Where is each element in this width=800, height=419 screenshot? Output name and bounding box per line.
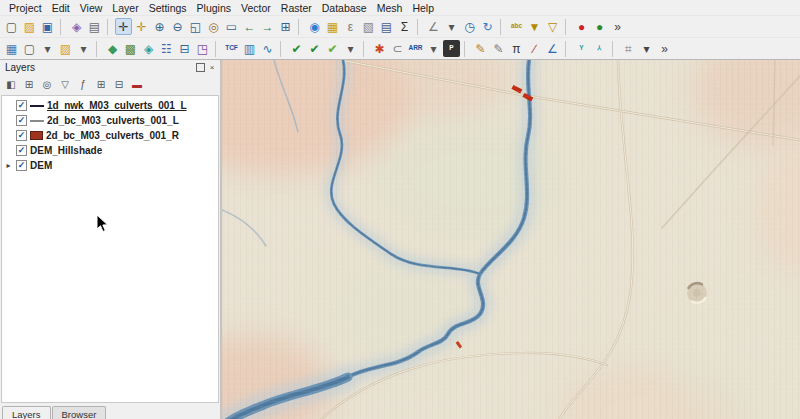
profile-line-icon[interactable]: ∕ (526, 40, 543, 57)
arr-icon[interactable]: ARR (407, 40, 424, 57)
menu-plugins[interactable]: Plugins (192, 1, 236, 15)
menu-edit[interactable]: Edit (47, 1, 75, 15)
manage-map-themes-icon[interactable]: ◎ (39, 77, 55, 93)
add-wms-layer-icon[interactable]: ◳ (194, 40, 211, 57)
zoom-full-icon[interactable]: ◱ (187, 18, 204, 35)
datasource-manager-icon[interactable]: ▦ (3, 40, 20, 57)
temporal-controller-icon[interactable]: ◷ (461, 18, 478, 35)
second-overflow-icon[interactable]: » (656, 40, 673, 57)
layout-manager-icon[interactable]: ▤ (86, 18, 103, 35)
menu-layer[interactable]: Layer (107, 1, 143, 15)
open-data-folder-icon[interactable]: ▨ (57, 40, 74, 57)
flow-trace-icon[interactable]: Y (573, 40, 590, 57)
layer-checkbox[interactable]: ✓ (16, 145, 27, 156)
add-group-icon[interactable]: ⊞ (21, 77, 37, 93)
layer-name[interactable]: DEM_Hillshade (30, 145, 102, 156)
add-delimited-text-icon[interactable]: ☷ (158, 40, 175, 57)
new-layer-caret-icon[interactable]: ▾ (39, 40, 56, 57)
menu-vector[interactable]: Vector (236, 1, 276, 15)
layer-row[interactable]: ▸ ✓ DEM (2, 158, 218, 173)
open-layer-styling-icon[interactable]: ◧ (3, 77, 19, 93)
arr-caret-icon[interactable]: ▾ (425, 40, 442, 57)
label-pin-icon[interactable]: ▼ (526, 18, 543, 35)
project-save-icon[interactable]: ▣ (39, 18, 56, 35)
menu-view[interactable]: View (75, 1, 108, 15)
import-burst-icon[interactable]: ✱ (371, 40, 388, 57)
zoom-out-icon[interactable]: ⊖ (169, 18, 186, 35)
filter-expression-icon[interactable]: ƒ (75, 77, 91, 93)
style-manager-icon[interactable]: ◈ (68, 18, 85, 35)
zoom-to-selection-icon[interactable]: ◎ (205, 18, 222, 35)
new-map-view-icon[interactable]: ⊞ (277, 18, 294, 35)
layer-row[interactable]: ✓ 1d_nwk_M03_culverts_001_L (2, 98, 218, 113)
pan-map-icon[interactable]: ✛ (115, 18, 132, 35)
attribute-table-icon[interactable]: ▤ (378, 18, 395, 35)
menu-project[interactable]: Project (4, 1, 47, 15)
collapse-all-icon[interactable]: ⊟ (111, 77, 127, 93)
measure-caret-icon[interactable]: ▾ (443, 18, 460, 35)
attach-icon[interactable]: ⊂ (389, 40, 406, 57)
zoom-next-icon[interactable]: → (259, 18, 276, 35)
check-caret-icon[interactable]: ▾ (342, 40, 359, 57)
tab-browser[interactable]: Browser (52, 406, 107, 419)
add-raster-layer-icon[interactable]: ▩ (122, 40, 139, 57)
layer-name[interactable]: 1d_nwk_M03_culverts_001_L (47, 100, 187, 111)
folder-caret-icon[interactable]: ▾ (75, 40, 92, 57)
project-open-icon[interactable]: ▨ (21, 18, 38, 35)
tuflow-grid-icon[interactable]: ▥ (241, 40, 258, 57)
layer-row[interactable]: ✓ DEM_Hillshade (2, 143, 218, 158)
grid-tool-icon[interactable]: ⌗ (620, 40, 637, 57)
layer-name[interactable]: 2d_bc_M03_culverts_001_L (47, 115, 179, 126)
marker-green-icon[interactable]: ● (591, 18, 608, 35)
menu-help[interactable]: Help (407, 1, 439, 15)
statistics-icon[interactable]: Σ (396, 18, 413, 35)
marker-red-icon[interactable]: ● (573, 18, 590, 35)
layer-checkbox[interactable]: ✓ (16, 130, 27, 141)
panel-undock-button[interactable] (195, 63, 205, 73)
pan-to-selection-icon[interactable]: ✛ (133, 18, 150, 35)
add-database-layer-icon[interactable]: ⊟ (176, 40, 193, 57)
zoom-to-layer-icon[interactable]: ▭ (223, 18, 240, 35)
layer-checkbox[interactable]: ✓ (16, 160, 27, 171)
refresh-icon[interactable]: ↻ (479, 18, 496, 35)
pi-icon[interactable]: π (508, 40, 525, 57)
expand-arrow-icon[interactable]: ▸ (4, 161, 13, 170)
tuflow-plot-icon[interactable]: ∿ (259, 40, 276, 57)
menu-settings[interactable]: Settings (144, 1, 192, 15)
new-layer-icon[interactable]: ▢ (21, 40, 38, 57)
expand-all-icon[interactable]: ⊞ (93, 77, 109, 93)
zoom-in-icon[interactable]: ⊕ (151, 18, 168, 35)
flow-trace-down-icon[interactable]: ⅄ (591, 40, 608, 57)
panel-close-button[interactable]: × (207, 63, 217, 73)
filter-legend-icon[interactable]: ▽ (57, 77, 73, 93)
add-vector-layer-icon[interactable]: ◆ (104, 40, 121, 57)
menu-raster[interactable]: Raster (276, 1, 317, 15)
layer-checkbox[interactable]: ✓ (16, 115, 27, 126)
layer-name[interactable]: DEM (30, 160, 52, 171)
toolbar-overflow-icon[interactable]: » (609, 18, 626, 35)
p-tool-icon[interactable]: P (443, 40, 460, 57)
label-abc-icon[interactable]: abc (508, 18, 525, 35)
layer-checkbox[interactable]: ✓ (16, 100, 27, 111)
menu-mesh[interactable]: Mesh (372, 1, 408, 15)
tcf-icon[interactable]: TCF (223, 40, 240, 57)
angle-icon[interactable]: ∠ (544, 40, 561, 57)
check-1d-icon[interactable]: ✔ (288, 40, 305, 57)
menu-database[interactable]: Database (317, 1, 372, 15)
layer-name[interactable]: 2d_bc_M03_culverts_001_R (46, 130, 179, 141)
deselect-icon[interactable]: ▧ (360, 18, 377, 35)
map-canvas[interactable] (222, 60, 800, 419)
add-mesh-layer-icon[interactable]: ◈ (140, 40, 157, 57)
remove-layer-icon[interactable]: ▬ (129, 77, 145, 93)
select-expression-icon[interactable]: ε (342, 18, 359, 35)
layer-row[interactable]: ✓ 2d_bc_M03_culverts_001_L (2, 113, 218, 128)
edit-label-icon[interactable]: ✎ (490, 40, 507, 57)
edit-style-icon[interactable]: ✎ (472, 40, 489, 57)
tab-layers[interactable]: Layers (2, 406, 51, 419)
zoom-last-icon[interactable]: ← (241, 18, 258, 35)
label-highlight-icon[interactable]: ▽ (544, 18, 561, 35)
project-new-icon[interactable]: ▢ (3, 18, 20, 35)
measure-icon[interactable]: ∠ (425, 18, 442, 35)
identify-icon[interactable]: ◉ (306, 18, 323, 35)
check-integrity-icon[interactable]: ✔ (324, 40, 341, 57)
